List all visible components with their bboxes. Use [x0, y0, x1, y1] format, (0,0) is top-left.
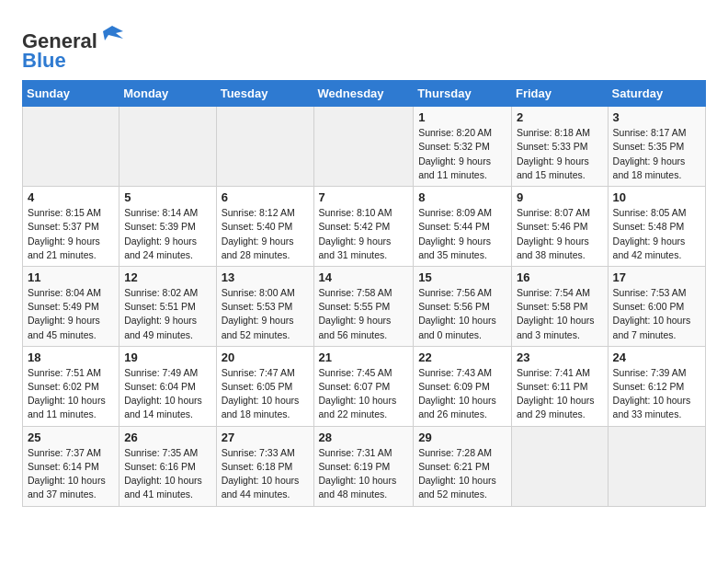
day-number: 10 — [613, 190, 700, 204]
day-number: 2 — [517, 110, 603, 124]
day-number: 18 — [28, 350, 114, 364]
calendar-cell: 8Sunrise: 8:09 AM Sunset: 5:44 PM Daylig… — [414, 187, 512, 267]
calendar-cell: 18Sunrise: 7:51 AM Sunset: 6:02 PM Dayli… — [23, 346, 119, 426]
day-info: Sunrise: 8:00 AM Sunset: 5:53 PM Dayligh… — [222, 286, 309, 342]
calendar-cell: 15Sunrise: 7:56 AM Sunset: 5:56 PM Dayli… — [414, 266, 512, 346]
calendar-cell: 17Sunrise: 7:53 AM Sunset: 6:00 PM Dayli… — [608, 266, 705, 346]
calendar-cell: 21Sunrise: 7:45 AM Sunset: 6:07 PM Dayli… — [313, 346, 414, 426]
day-number: 20 — [222, 350, 309, 364]
day-info: Sunrise: 7:53 AM Sunset: 6:00 PM Dayligh… — [613, 286, 700, 342]
logo-bird-icon — [99, 22, 125, 48]
day-number: 9 — [517, 190, 603, 204]
day-number: 19 — [124, 350, 210, 364]
day-number: 14 — [319, 270, 409, 284]
calendar-cell: 12Sunrise: 8:02 AM Sunset: 5:51 PM Dayli… — [119, 266, 216, 346]
day-number: 13 — [222, 270, 309, 284]
header-friday: Friday — [511, 81, 608, 107]
day-info: Sunrise: 8:10 AM Sunset: 5:42 PM Dayligh… — [319, 206, 409, 262]
day-number: 15 — [418, 270, 506, 284]
day-info: Sunrise: 7:28 AM Sunset: 6:21 PM Dayligh… — [418, 446, 506, 502]
week-row-0: 1Sunrise: 8:20 AM Sunset: 5:32 PM Daylig… — [23, 107, 706, 187]
page-header: General Blue — [22, 18, 706, 73]
day-info: Sunrise: 7:35 AM Sunset: 6:16 PM Dayligh… — [124, 446, 210, 502]
day-number: 28 — [319, 431, 409, 444]
day-info: Sunrise: 8:14 AM Sunset: 5:39 PM Dayligh… — [124, 206, 210, 262]
day-info: Sunrise: 8:05 AM Sunset: 5:48 PM Dayligh… — [613, 206, 700, 262]
header-wednesday: Wednesday — [313, 81, 414, 107]
calendar-cell: 5Sunrise: 8:14 AM Sunset: 5:39 PM Daylig… — [119, 187, 216, 267]
day-info: Sunrise: 7:56 AM Sunset: 5:56 PM Dayligh… — [418, 286, 506, 342]
day-number: 17 — [613, 270, 700, 284]
header-saturday: Saturday — [608, 81, 705, 107]
week-row-1: 4Sunrise: 8:15 AM Sunset: 5:37 PM Daylig… — [23, 187, 706, 267]
day-info: Sunrise: 8:07 AM Sunset: 5:46 PM Dayligh… — [517, 206, 603, 262]
calendar-cell: 20Sunrise: 7:47 AM Sunset: 6:05 PM Dayli… — [216, 346, 313, 426]
day-info: Sunrise: 7:45 AM Sunset: 6:07 PM Dayligh… — [319, 366, 409, 422]
header-sunday: Sunday — [23, 81, 119, 107]
calendar-cell: 4Sunrise: 8:15 AM Sunset: 5:37 PM Daylig… — [23, 187, 119, 267]
header-tuesday: Tuesday — [216, 81, 313, 107]
calendar-cell: 22Sunrise: 7:43 AM Sunset: 6:09 PM Dayli… — [414, 346, 512, 426]
calendar-cell: 10Sunrise: 8:05 AM Sunset: 5:48 PM Dayli… — [608, 187, 705, 267]
day-number: 25 — [28, 431, 114, 444]
calendar-table: SundayMondayTuesdayWednesdayThursdayFrid… — [22, 80, 706, 506]
calendar-header: SundayMondayTuesdayWednesdayThursdayFrid… — [23, 81, 706, 107]
day-number: 26 — [124, 431, 210, 444]
calendar-cell: 9Sunrise: 8:07 AM Sunset: 5:46 PM Daylig… — [511, 187, 608, 267]
calendar-cell: 2Sunrise: 8:18 AM Sunset: 5:33 PM Daylig… — [511, 107, 608, 187]
calendar-cell: 16Sunrise: 7:54 AM Sunset: 5:58 PM Dayli… — [511, 266, 608, 346]
day-info: Sunrise: 7:49 AM Sunset: 6:04 PM Dayligh… — [124, 366, 210, 422]
day-info: Sunrise: 8:17 AM Sunset: 5:35 PM Dayligh… — [613, 126, 700, 182]
calendar-cell: 26Sunrise: 7:35 AM Sunset: 6:16 PM Dayli… — [119, 426, 216, 506]
day-number: 22 — [418, 350, 506, 364]
calendar-cell: 27Sunrise: 7:33 AM Sunset: 6:18 PM Dayli… — [216, 426, 313, 506]
calendar-cell: 24Sunrise: 7:39 AM Sunset: 6:12 PM Dayli… — [608, 346, 705, 426]
calendar-cell: 28Sunrise: 7:31 AM Sunset: 6:19 PM Dayli… — [313, 426, 414, 506]
day-info: Sunrise: 7:31 AM Sunset: 6:19 PM Dayligh… — [319, 446, 409, 502]
week-row-2: 11Sunrise: 8:04 AM Sunset: 5:49 PM Dayli… — [23, 266, 706, 346]
week-row-3: 18Sunrise: 7:51 AM Sunset: 6:02 PM Dayli… — [23, 346, 706, 426]
calendar-cell — [23, 107, 119, 187]
calendar-cell — [119, 107, 216, 187]
day-info: Sunrise: 7:54 AM Sunset: 5:58 PM Dayligh… — [517, 286, 603, 342]
day-info: Sunrise: 8:15 AM Sunset: 5:37 PM Dayligh… — [28, 206, 114, 262]
day-info: Sunrise: 8:09 AM Sunset: 5:44 PM Dayligh… — [418, 206, 506, 262]
logo-blue-text: Blue — [22, 49, 125, 73]
day-info: Sunrise: 7:47 AM Sunset: 6:05 PM Dayligh… — [222, 366, 309, 422]
day-info: Sunrise: 7:37 AM Sunset: 6:14 PM Dayligh… — [28, 446, 114, 502]
calendar-cell: 13Sunrise: 8:00 AM Sunset: 5:53 PM Dayli… — [216, 266, 313, 346]
day-info: Sunrise: 7:43 AM Sunset: 6:09 PM Dayligh… — [418, 366, 506, 422]
day-number: 12 — [124, 270, 210, 284]
day-number: 3 — [613, 110, 700, 124]
day-number: 7 — [319, 190, 409, 204]
calendar-body: 1Sunrise: 8:20 AM Sunset: 5:32 PM Daylig… — [23, 107, 706, 506]
calendar-cell: 7Sunrise: 8:10 AM Sunset: 5:42 PM Daylig… — [313, 187, 414, 267]
day-info: Sunrise: 7:58 AM Sunset: 5:55 PM Dayligh… — [319, 286, 409, 342]
day-info: Sunrise: 7:41 AM Sunset: 6:11 PM Dayligh… — [517, 366, 603, 422]
calendar-cell: 19Sunrise: 7:49 AM Sunset: 6:04 PM Dayli… — [119, 346, 216, 426]
calendar-cell — [216, 107, 313, 187]
calendar-cell: 23Sunrise: 7:41 AM Sunset: 6:11 PM Dayli… — [511, 346, 608, 426]
day-number: 6 — [222, 190, 309, 204]
day-info: Sunrise: 8:18 AM Sunset: 5:33 PM Dayligh… — [517, 126, 603, 182]
week-row-4: 25Sunrise: 7:37 AM Sunset: 6:14 PM Dayli… — [23, 426, 706, 506]
day-info: Sunrise: 8:20 AM Sunset: 5:32 PM Dayligh… — [418, 126, 506, 182]
day-number: 21 — [319, 350, 409, 364]
calendar-cell: 3Sunrise: 8:17 AM Sunset: 5:35 PM Daylig… — [608, 107, 705, 187]
calendar-cell: 11Sunrise: 8:04 AM Sunset: 5:49 PM Dayli… — [23, 266, 119, 346]
header-monday: Monday — [119, 81, 216, 107]
day-number: 8 — [418, 190, 506, 204]
day-info: Sunrise: 7:51 AM Sunset: 6:02 PM Dayligh… — [28, 366, 114, 422]
day-number: 1 — [418, 110, 506, 124]
day-number: 16 — [517, 270, 603, 284]
svg-marker-0 — [103, 26, 123, 40]
day-number: 4 — [28, 190, 114, 204]
calendar-cell — [511, 426, 608, 506]
calendar-cell — [313, 107, 414, 187]
calendar-cell: 14Sunrise: 7:58 AM Sunset: 5:55 PM Dayli… — [313, 266, 414, 346]
day-info: Sunrise: 7:33 AM Sunset: 6:18 PM Dayligh… — [222, 446, 309, 502]
day-number: 27 — [222, 431, 309, 444]
day-info: Sunrise: 7:39 AM Sunset: 6:12 PM Dayligh… — [613, 366, 700, 422]
day-info: Sunrise: 8:02 AM Sunset: 5:51 PM Dayligh… — [124, 286, 210, 342]
calendar-cell: 1Sunrise: 8:20 AM Sunset: 5:32 PM Daylig… — [414, 107, 512, 187]
